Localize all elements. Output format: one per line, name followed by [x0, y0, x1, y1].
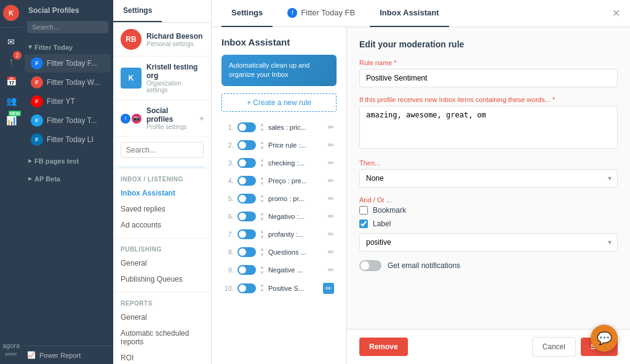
- rule-down-8[interactable]: ▼: [260, 253, 265, 258]
- rule-toggle-6[interactable]: [237, 212, 256, 221]
- sidebar-search-input[interactable]: [27, 21, 108, 33]
- rule-toggle-1[interactable]: [237, 122, 256, 132]
- rule-toggle-2[interactable]: [237, 140, 256, 150]
- rule-down-9[interactable]: ▼: [260, 271, 265, 275]
- form-group-and-or: And / Or ... Bookmark Label positive neg…: [359, 196, 618, 251]
- nav-inbox-assistant[interactable]: Inbox Assistant: [113, 185, 211, 201]
- rule-toggle-7[interactable]: [237, 229, 256, 239]
- nav-roi[interactable]: ROI: [113, 350, 211, 364]
- power-report-link[interactable]: 📈 Power Report: [22, 346, 113, 364]
- rule-list: 1. ▲ ▼ sales : pric... ✏ 2. ▲ ▼: [221, 119, 337, 297]
- rule-arrows-6: ▲ ▼: [260, 212, 265, 222]
- power-report-icon: 📈: [27, 351, 36, 359]
- nav-ad-accounts[interactable]: Ad accounts: [113, 217, 211, 233]
- sidebar-item-fitter-yt[interactable]: F Fitter YT: [25, 92, 111, 111]
- rule-item-6: 6. ▲ ▼ Negativo :... ✏: [221, 208, 337, 225]
- sidebar-group-header-fb[interactable]: ▸ FB pages test: [22, 154, 113, 167]
- nav-publishing-queues[interactable]: Publishing Queues: [113, 271, 211, 287]
- rule-up-4[interactable]: ▲: [260, 176, 265, 181]
- rule-down-7[interactable]: ▼: [260, 235, 265, 240]
- rule-edit-5[interactable]: ✏: [328, 194, 334, 203]
- tab-fitter-today-fb[interactable]: f Fitter Today FB: [277, 0, 365, 27]
- cancel-button[interactable]: Cancel: [532, 337, 576, 357]
- rule-down-6[interactable]: ▼: [260, 217, 265, 222]
- rule-edit-1[interactable]: ✏: [328, 123, 334, 132]
- rule-down-3[interactable]: ▼: [260, 164, 265, 168]
- rule-up-10[interactable]: ▲: [260, 283, 265, 288]
- tab-settings[interactable]: Settings: [113, 0, 162, 22]
- label-select[interactable]: positive negative neutral: [359, 233, 618, 251]
- rule-item-2: 2. ▲ ▼ Price rule :... ✏: [221, 137, 337, 154]
- team-icon[interactable]: 👥: [3, 93, 19, 109]
- bookmark-label[interactable]: Bookmark: [373, 206, 406, 215]
- rule-item-9: 9. ▲ ▼ Negative ... ✏: [221, 262, 337, 279]
- nav-general-pub[interactable]: General: [113, 255, 211, 271]
- rule-edit-10[interactable]: ✏: [323, 283, 334, 294]
- nav-saved-replies[interactable]: Saved replies: [113, 201, 211, 217]
- sidebar-item-fitter-tw[interactable]: F Fitter Today T...: [25, 111, 111, 130]
- rule-up-2[interactable]: ▲: [260, 140, 265, 145]
- sidebar-group-header-fitter[interactable]: ▾ Fitter Today: [22, 41, 113, 53]
- bookmark-checkbox[interactable]: [359, 206, 368, 215]
- rule-up-8[interactable]: ▲: [260, 247, 265, 252]
- sidebar-item-fitter-fb[interactable]: F Fitter Today F...: [25, 54, 111, 73]
- rule-toggle-4[interactable]: [237, 176, 256, 186]
- rule-up-6[interactable]: ▲: [260, 212, 265, 216]
- rule-toggle-9[interactable]: [237, 265, 256, 275]
- rule-toggle-5[interactable]: [237, 194, 256, 204]
- sidebar-item-fitter-li[interactable]: F Fitter Today LI: [25, 130, 111, 149]
- profile-kristell[interactable]: K Kristell testing org Organization sett…: [113, 57, 211, 100]
- user-avatar[interactable]: K: [3, 5, 19, 21]
- create-new-rule-button[interactable]: + Create a new rule: [221, 93, 337, 112]
- nav-auto-scheduled[interactable]: Automatic scheduled reports: [113, 325, 211, 350]
- compose-icon[interactable]: ✉: [3, 34, 19, 50]
- rule-item-8: 8. ▲ ▼ Questions ... ✏: [221, 244, 337, 261]
- nav-reports-general[interactable]: General: [113, 309, 211, 325]
- rule-down-2[interactable]: ▼: [260, 146, 265, 151]
- then-select[interactable]: None Bookmark Label Assign: [359, 169, 618, 188]
- then-label: Then...: [359, 159, 618, 167]
- sidebar-group-header-ap[interactable]: ▸ AP Beta: [22, 172, 113, 185]
- rule-up-1[interactable]: ▲: [260, 122, 265, 127]
- rule-down-4[interactable]: ▼: [260, 181, 265, 186]
- words-textarea[interactable]: amazing, awesome, great, om: [359, 106, 618, 149]
- settings-search-input[interactable]: [121, 142, 204, 158]
- close-icon[interactable]: ✕: [612, 7, 620, 19]
- sidebar-item-fitter-w[interactable]: F Fitter Today W...: [25, 73, 111, 92]
- label-checkbox-label[interactable]: Label: [373, 220, 391, 228]
- profile-sub-list: F Fitter Today FB F Fitter Today IG F Fi…: [113, 163, 211, 168]
- chat-bubble[interactable]: 💬: [591, 325, 618, 352]
- rule-name-input[interactable]: [359, 69, 618, 87]
- rule-up-3[interactable]: ▲: [260, 158, 265, 163]
- analytics-icon[interactable]: 📊 NEW: [3, 113, 19, 129]
- label-checkbox[interactable]: [359, 220, 368, 228]
- profile-richard[interactable]: RB Richard Beeson Personal settings: [113, 23, 211, 57]
- rule-arrows-7: ▲ ▼: [260, 229, 265, 240]
- rule-down-1[interactable]: ▼: [260, 128, 265, 133]
- tab-settings-main[interactable]: Settings: [221, 0, 273, 27]
- rule-edit-6[interactable]: ✏: [328, 212, 334, 221]
- rule-down-10[interactable]: ▼: [260, 288, 265, 293]
- calendar-icon[interactable]: 📅: [3, 73, 19, 89]
- rule-toggle-10[interactable]: [237, 283, 256, 293]
- rule-toggle-8[interactable]: [237, 247, 256, 257]
- rule-up-5[interactable]: ▲: [260, 194, 265, 199]
- rule-toggle-3[interactable]: [237, 158, 256, 168]
- rule-edit-2[interactable]: ✏: [328, 141, 334, 149]
- rule-edit-9[interactable]: ✏: [328, 266, 334, 274]
- rule-item-7: 7. ▲ ▼ profanity :... ✏: [221, 226, 337, 243]
- rule-item-5: 5. ▲ ▼ promo : pr... ✏: [221, 191, 337, 207]
- rule-up-9[interactable]: ▲: [260, 265, 265, 270]
- rule-edit-8[interactable]: ✏: [328, 248, 334, 256]
- rule-down-5[interactable]: ▼: [260, 199, 265, 204]
- email-notifications-toggle[interactable]: [359, 260, 381, 271]
- rule-edit-7[interactable]: ✏: [328, 230, 334, 239]
- rule-edit-3[interactable]: ✏: [328, 159, 334, 167]
- rule-edit-4[interactable]: ✏: [328, 176, 334, 185]
- rule-up-7[interactable]: ▲: [260, 229, 265, 234]
- remove-button[interactable]: Remove: [359, 338, 408, 356]
- profile-social[interactable]: f 📷 Social profiles Profile settings ▾: [113, 100, 211, 137]
- notifications-icon[interactable]: ↑: [3, 53, 19, 69]
- toggle-row-email: Get email notifications: [359, 260, 618, 271]
- tab-inbox-assistant[interactable]: Inbox Assistant: [370, 0, 449, 27]
